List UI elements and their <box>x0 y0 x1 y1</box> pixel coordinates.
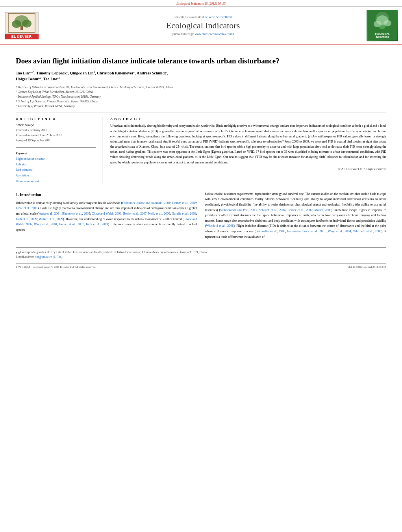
svg-text:INDICATORS: INDICATORS <box>376 36 389 38</box>
footnote-text: ⁎ ⁎ Corresponding author at: Key Lab of … <box>16 250 386 255</box>
keyword-3: Bird tolerance <box>16 167 96 173</box>
section-divider-1 <box>16 113 386 113</box>
body-left-text: Urbanization is dramatically altering bi… <box>16 200 197 233</box>
article-title: Does avian flight initiation distance in… <box>16 56 386 66</box>
footnote-email: E-mail address: tlin@iue.ac.cn (L. Tao). <box>16 255 386 260</box>
keywords-label: Keywords: <box>16 152 96 155</box>
body-right-text: habitat choice, resources requirements, … <box>205 191 387 239</box>
homepage-link[interactable]: www.elsevier.com/locate/ecolind <box>195 32 234 36</box>
journal-top-bar: Ecological Indicators 15 (2012) 30–35 <box>0 0 402 7</box>
affiliation-a: a Key Lab of Urban Environment and Healt… <box>16 85 386 90</box>
bottom-info: 1470-160X/$ – see front matter © 2011 El… <box>16 263 386 269</box>
sciverse-link[interactable]: SciVerse ScienceDirect <box>205 15 232 19</box>
aff-d-text: School of Life Sciences, Xiamen Universi… <box>18 99 98 104</box>
body-two-col: 1. Introduction Urbanization is dramatic… <box>16 191 386 239</box>
ref-schoech-2004[interactable]: Schoech et al., 2004 <box>259 208 285 212</box>
ref-wang-2004c[interactable]: Wang et al., 2004 <box>328 230 351 233</box>
homepage-line: journal homepage: www.elsevier.com/locat… <box>43 32 363 36</box>
ref-kath-2009b[interactable]: Kath et al., 2009 <box>86 222 108 226</box>
ref-fernandez-2001b[interactable]: Fernandez-Juricic et al., 2001 <box>287 230 326 233</box>
ref-walker-2009[interactable]: Walker et al., 2009 <box>39 217 63 221</box>
ref-kath-2009[interactable]: Kath et al., 2009 <box>16 217 37 221</box>
doi-text: doi:10.1016/j.ecolind.2011.09.018 <box>348 265 386 269</box>
affiliation-c: c Institute of Applied Ecology (IfAÖ), N… <box>16 95 386 99</box>
authors-line: Tao Lina,b,*, Timothy Coppackc, Qing-xia… <box>16 70 386 82</box>
ref-wang-2004[interactable]: Wang et al., 2004 <box>39 212 61 215</box>
accepted-date: Accepted 19 September 2011 <box>16 138 96 143</box>
copyright-line: © 2011 Elsevier Ltd. All rights reserved… <box>110 167 386 171</box>
article-info-column: A R T I C L E I N F O Article history: R… <box>16 117 102 184</box>
ref-moller-2009[interactable]: Møller, 2009 <box>315 208 332 212</box>
ref-slabbekoom-2003[interactable]: Slabbekoom and Peet, 2003 <box>220 208 257 212</box>
elsevier-text: ELSEVIER <box>5 34 39 39</box>
abstract-text: Urbanization is dramatically altering bi… <box>110 123 386 165</box>
affiliation-e: e University of Rostock, Rostock 18051, … <box>16 104 386 109</box>
aff-b-text: Xiamen Key Lab of Urban Metabolism, Xiam… <box>18 90 93 95</box>
ref-kelly-2008[interactable]: Kelly et al., 2008 <box>148 212 170 215</box>
keyword-5: Urban environment <box>16 179 96 184</box>
main-content: Does avian flight initiation distance in… <box>0 45 402 272</box>
article-info-abstract-section: A R T I C L E I N F O Article history: R… <box>16 117 386 184</box>
aff-e-text: University of Rostock, Rostock 18051, Ge… <box>18 104 75 109</box>
journal-ref: Ecological Indicators 15 (2012) 30–35 <box>176 2 226 6</box>
received-date: Received 5 February 2011 <box>16 128 96 133</box>
author-qing-xian-lin: Qing-xian Lin <box>70 71 93 75</box>
ref-fernandez-2001[interactable]: Fernandez-Juricic and Jokimaki, 2001 <box>122 201 170 205</box>
footnote-section: ⁎ ⁎ Corresponding author at: Key Lab of … <box>16 247 386 260</box>
circle-decoration <box>376 12 389 26</box>
author-timothy-coppack: Timothy Coppack <box>36 71 67 75</box>
footnote-corresponding: ⁎ Corresponding author at: Key Lab of Ur… <box>18 250 207 254</box>
ref-grimm-2008[interactable]: Grimm et al., 2008 <box>172 201 196 205</box>
homepage-text: journal homepage: <box>172 32 195 36</box>
aff-a-text: Key Lab of Urban Environment and Health,… <box>18 85 173 90</box>
ref-chace-walsh-2006[interactable]: Chace and Walsh, 2006 <box>92 212 121 215</box>
elsevier-logo-image <box>5 12 39 34</box>
ref-garaffa-2009[interactable]: Garaffa et al., 2009 <box>172 212 196 215</box>
body-col-left: 1. Introduction Urbanization is dramatic… <box>16 191 197 239</box>
ref-bonier-2007[interactable]: Bonier et al., 2007 <box>123 212 147 215</box>
keyword-4: Adaptation <box>16 173 96 178</box>
abstract-label: A B S T R A C T <box>110 117 386 121</box>
svg-text:ECOLOGICAL: ECOLOGICAL <box>375 33 389 35</box>
author-holger-behm: Holger Behm <box>16 77 38 81</box>
author-christoph-kulemeyer: Christoph Kulemeyer <box>97 71 133 75</box>
footnote-star: ⁎ <box>16 251 17 254</box>
ref-lizee-2011[interactable]: Lizee et al., 2011 <box>16 206 38 210</box>
author-andreas-schmidt: Andreas Schmidt <box>137 71 166 75</box>
email-link[interactable]: tlin@iue.ac.cn (L. Tao). <box>35 255 63 259</box>
svg-point-2 <box>12 20 21 28</box>
revised-date: Received in revised form 25 June 2011 <box>16 133 96 138</box>
sciverse-line: Contents lists available at SciVerse Sci… <box>43 15 363 19</box>
ref-gutzwiller-1998[interactable]: Gutzwiller et al., 1998 <box>256 230 285 233</box>
author-tao-lin: Tao Lin <box>16 71 29 75</box>
affiliation-b: b Xiamen Key Lab of Urban Metabolism, Xi… <box>16 90 386 95</box>
section1-heading: 1. Introduction <box>16 191 197 198</box>
keywords-list: Flight initiation distance Indicator Bir… <box>16 156 96 184</box>
affiliation-d: d School of Life Sciences, Xiamen Univer… <box>16 99 386 104</box>
journal-title: Ecological Indicators <box>43 20 363 31</box>
body-section: 1. Introduction Urbanization is dramatic… <box>16 191 386 239</box>
header-center: Contents lists available at SciVerse Sci… <box>43 15 363 36</box>
ref-bonier-2007c[interactable]: Bonier et al., 2007 <box>288 208 313 212</box>
email-label: E-mail address: <box>16 255 34 259</box>
ref-whitfield-2008[interactable]: Whitfield et al., 2008 <box>206 224 233 228</box>
issn-text: 1470-160X/$ – see front matter © 2011 El… <box>16 265 96 269</box>
svg-point-3 <box>22 20 31 28</box>
keyword-1: Flight initiation distance <box>16 156 96 162</box>
sciverse-text: Contents lists available at <box>174 15 205 19</box>
author-tao-luo: Tao Luo <box>43 77 57 81</box>
svg-rect-4 <box>20 26 23 30</box>
ref-whitfield-2008b[interactable]: Whitfield et al., 2008 <box>353 230 381 233</box>
aff-c-text: Institute of Applied Ecology (IfAÖ), Neu… <box>18 95 101 99</box>
ref-bonier-2007b[interactable]: Bonier et al., 2007 <box>59 222 83 226</box>
page-container: Ecological Indicators 15 (2012) 30–35 EL… <box>0 0 402 532</box>
ref-blumstein-2005[interactable]: Blumstein et al., 2005 <box>62 212 90 215</box>
section-divider-info <box>16 147 96 148</box>
keyword-2: Indicator <box>16 162 96 167</box>
header-banner: ELSEVIER Contents lists available at Sci… <box>0 7 402 45</box>
body-col-right: habitat choice, resources requirements, … <box>205 191 387 239</box>
article-info-label: A R T I C L E I N F O <box>16 117 96 121</box>
ref-wang-2004b[interactable]: Wang et al., 2004 <box>34 222 57 226</box>
article-history-label: Article history: <box>16 123 96 127</box>
affiliations: a Key Lab of Urban Environment and Healt… <box>16 85 386 109</box>
